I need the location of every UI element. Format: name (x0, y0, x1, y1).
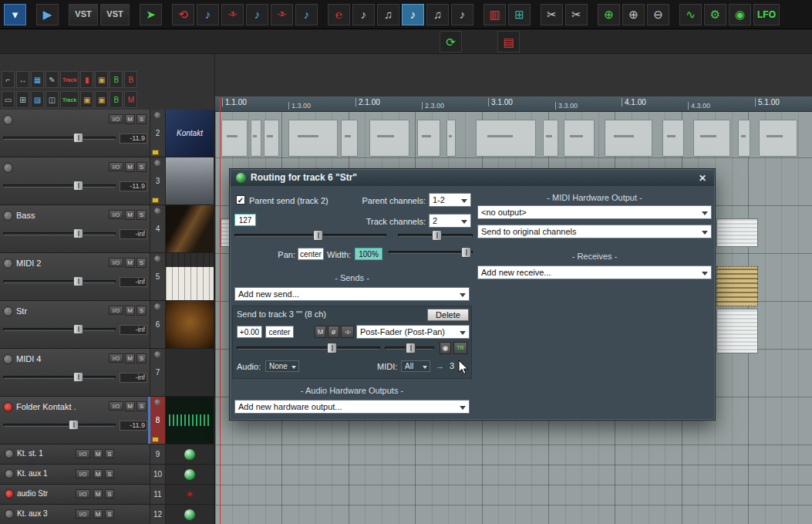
track-thumbnail-screenshot[interactable] (166, 157, 214, 205)
mute-button[interactable]: M (125, 210, 135, 220)
midi-item[interactable] (543, 120, 558, 157)
track-control-panel[interactable]: Folder Kontakt . I/O M S -11.9 (0, 397, 150, 444)
note-grid-icon[interactable]: ♫ (377, 4, 399, 25)
send-phase-button[interactable]: ø (328, 326, 339, 338)
track-thumbnail-sphere[interactable] (166, 445, 214, 464)
midi-item[interactable] (341, 120, 358, 157)
solo-button[interactable]: S (136, 353, 147, 363)
midi-item[interactable] (417, 120, 440, 157)
track-control-panel[interactable]: I/O M S -11.9 (0, 157, 150, 205)
volume-slider[interactable] (3, 181, 116, 191)
io-button[interactable]: I/O (76, 509, 90, 519)
zoom-in-icon[interactable]: ⊕ (622, 4, 645, 25)
dialog-title-bar[interactable]: Routing for track 6 "Str" ✕ (231, 170, 714, 186)
record-arm-button[interactable] (5, 509, 14, 519)
mute-button[interactable]: M (93, 489, 103, 499)
solo-button[interactable]: S (105, 509, 114, 519)
parent-channels-select[interactable]: 1-2 (429, 193, 471, 207)
zoom-out-icon[interactable]: ⊖ (647, 4, 669, 25)
io-button[interactable]: I/O (109, 306, 123, 315)
mute-button[interactable]: M (125, 353, 135, 363)
parent-send-checkbox[interactable]: ✓ (236, 195, 245, 205)
envelope-settings-icon[interactable]: ∿ (679, 4, 702, 25)
add-send-select[interactable]: Add new send... (234, 287, 470, 301)
track-control-panel[interactable]: I/O M S -11.9 (0, 110, 150, 157)
io-button[interactable]: I/O (109, 401, 123, 411)
record-arm-button[interactable] (5, 449, 14, 458)
io-button[interactable]: I/O (109, 114, 123, 123)
note-grid-icon-2[interactable]: ♫ (426, 4, 449, 25)
parent-pan-field[interactable]: center (298, 248, 324, 260)
humanize-icon[interactable]: ℮ (328, 4, 350, 25)
volume-slider[interactable] (3, 324, 116, 334)
tuplet-icon-2[interactable]: -3- (271, 4, 293, 25)
midi-item[interactable] (264, 120, 279, 157)
folder-open-icon[interactable]: ▣ (80, 91, 93, 108)
send-trim-button[interactable]: TR (453, 342, 467, 354)
track-control-panel[interactable]: Kt. aux 3 I/O M S (0, 505, 150, 524)
io-button[interactable]: I/O (76, 469, 90, 478)
midi-item[interactable] (476, 120, 536, 157)
add-receive-select[interactable]: Add new receive... (477, 265, 712, 279)
toolbar-dropdown-button[interactable]: ▾ (4, 4, 26, 25)
audio-item-selected[interactable] (716, 266, 758, 306)
send-pan-field[interactable]: center (265, 326, 294, 338)
record-arm-button[interactable] (3, 306, 13, 316)
track-thumbnail-splat[interactable]: ✶ (166, 485, 214, 504)
track-control-panel[interactable]: MIDI 4 I/O M S -inf (0, 349, 150, 396)
send-audio-channel-select[interactable]: None (265, 360, 299, 372)
mute-button[interactable]: M (125, 162, 135, 172)
track-control-panel[interactable]: Bass I/O M S -inf (0, 205, 150, 252)
track-name[interactable]: Folder Kontakt . (16, 402, 76, 411)
io-button[interactable]: I/O (76, 489, 90, 499)
solo-button[interactable]: S (105, 469, 114, 478)
midi-item[interactable] (662, 120, 684, 157)
solo-button[interactable]: S (136, 306, 147, 316)
track-channels-select[interactable]: 2 (429, 214, 471, 228)
note-white-icon-2[interactable]: ♪ (451, 4, 473, 25)
send-mute-button[interactable]: M (315, 326, 326, 338)
edit-chart-icon[interactable]: ✎ (45, 71, 59, 88)
record-arm-button[interactable] (5, 469, 14, 478)
folder-icon-2[interactable]: ▣ (95, 91, 108, 108)
track-visibility-icon[interactable]: Track (60, 71, 79, 88)
volume-slider[interactable] (3, 372, 116, 382)
track-name[interactable]: Bass (16, 211, 35, 220)
send-pan-slider[interactable] (385, 343, 434, 353)
midi-dest-value[interactable]: 3 (450, 361, 454, 370)
media-item-icon[interactable]: ▶ (36, 4, 59, 25)
volume-slider[interactable] (3, 228, 116, 238)
io-button[interactable]: I/O (109, 162, 123, 171)
io-button[interactable]: I/O (76, 449, 90, 458)
track-name[interactable]: Kt. aux 3 (17, 509, 47, 518)
track-thumbnail-piano[interactable] (166, 253, 214, 300)
mute-button[interactable]: M (125, 401, 135, 411)
zoom-reset-icon[interactable]: ⊕ (598, 4, 620, 25)
solo-button[interactable]: S (105, 489, 114, 499)
track-thumbnail-empty[interactable] (166, 349, 214, 396)
audio-item[interactable] (716, 218, 758, 247)
note-icon-3[interactable]: ♪ (295, 4, 318, 25)
loop-icon[interactable]: ⟲ (172, 4, 194, 25)
volume-readout[interactable]: -11.9 (120, 181, 147, 191)
volume-readout[interactable]: -inf (120, 277, 147, 287)
record-meter-icon[interactable]: ▮ (80, 71, 93, 88)
parent-pan-slider[interactable] (398, 230, 473, 241)
send-env-button[interactable]: ◉ (440, 342, 451, 354)
track-number[interactable]: 5 (150, 253, 166, 300)
grid-icon[interactable]: ⊞ (16, 91, 29, 108)
note-icon-2[interactable]: ♪ (246, 4, 268, 25)
mute-button[interactable]: M (93, 449, 103, 458)
bypass-off-icon[interactable]: B (124, 71, 137, 88)
note-selected-icon[interactable]: ♪ (402, 4, 424, 25)
midi-item[interactable] (446, 120, 456, 157)
io-button[interactable]: I/O (109, 353, 123, 363)
track-number[interactable]: 7 (150, 349, 166, 396)
track-control-panel[interactable]: Str I/O M S -inf (0, 301, 150, 348)
record-arm-button-armed[interactable] (5, 489, 14, 499)
solo-button[interactable]: S (136, 114, 147, 124)
track-control-panel[interactable]: MIDI 2 I/O M S -inf (0, 253, 150, 300)
midi-item[interactable] (369, 120, 409, 157)
solo-button[interactable]: S (136, 210, 147, 220)
mixer-window-icon[interactable]: ▦ (31, 71, 44, 88)
